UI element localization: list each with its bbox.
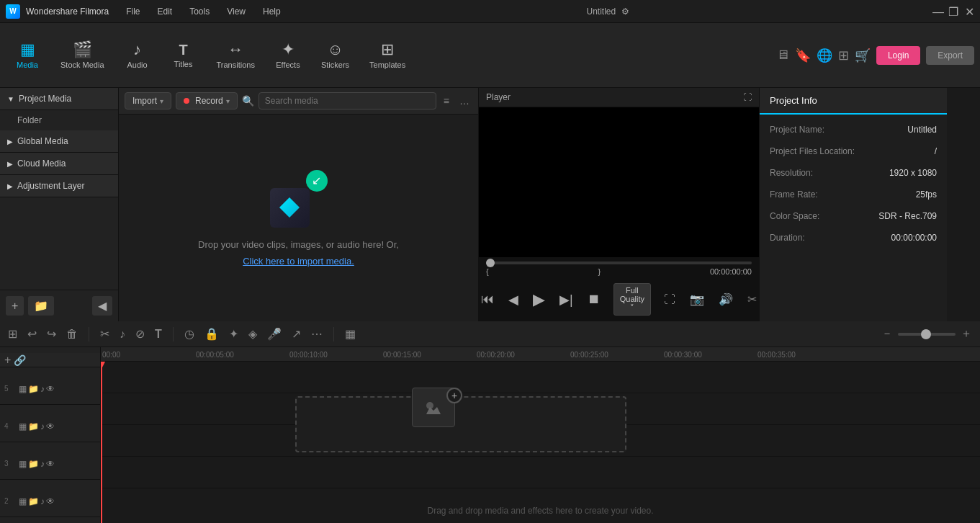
track-4-icon-1[interactable]: 📁	[28, 421, 39, 432]
add-track-button[interactable]: +	[4, 354, 11, 367]
cloud-media-header[interactable]: ▶ Cloud Media	[0, 153, 118, 175]
menu-view[interactable]: View	[224, 5, 248, 18]
settings-icon[interactable]: ⚙	[621, 6, 629, 17]
cut-button[interactable]: ✂	[98, 325, 112, 343]
maximize-button[interactable]: ❐	[948, 6, 958, 17]
text-button[interactable]: T	[153, 326, 164, 343]
more-tools-button[interactable]: ⋯	[309, 325, 325, 343]
tab-transitions[interactable]: ↔ Transitions	[208, 37, 264, 73]
menu-tools[interactable]: Tools	[186, 5, 212, 18]
playhead[interactable]	[101, 362, 102, 523]
search-input[interactable]	[259, 92, 436, 109]
monitor-icon[interactable]: 🖥	[776, 48, 789, 63]
track-5-icon-0[interactable]: ▦	[19, 384, 27, 394]
minimize-button[interactable]: —	[932, 6, 943, 17]
info-label-duration: Duration:	[770, 233, 805, 243]
view-mode-button[interactable]: ▦	[343, 325, 358, 343]
import-button[interactable]: Import ▾	[125, 92, 171, 109]
track-2-icon-0[interactable]: ▦	[19, 496, 27, 506]
add-media-to-track-button[interactable]: +	[446, 388, 462, 403]
close-button[interactable]: ✕	[964, 6, 974, 17]
player-expand-icon[interactable]: ⛶	[743, 92, 752, 102]
add-media-button[interactable]: +	[6, 296, 24, 316]
clip-lock-button[interactable]: 🔒	[202, 325, 221, 343]
zoom-slider[interactable]	[898, 333, 956, 336]
lock-button[interactable]: ⊘	[133, 325, 147, 343]
tab-audio[interactable]: ♪ Audio	[116, 37, 159, 73]
login-button[interactable]: Login	[876, 46, 920, 65]
collapse-panel-button[interactable]: ◀	[92, 296, 112, 316]
progress-bar-thumb[interactable]	[486, 259, 495, 267]
link-icon[interactable]: 🔗	[14, 354, 26, 366]
tab-stickers[interactable]: ☺ Stickers	[313, 37, 358, 73]
track-3-icon-1[interactable]: 📁	[28, 459, 39, 469]
stop-button[interactable]: ⏹	[586, 290, 602, 308]
tab-stock-media[interactable]: 🎬 Stock Media	[52, 37, 113, 73]
play-button[interactable]: ▶	[531, 289, 547, 310]
motion-button[interactable]: ↗	[289, 325, 303, 343]
filter-icon[interactable]: ≡	[441, 92, 452, 109]
track-3-icon-2[interactable]: ♪	[40, 459, 45, 469]
step-back-button[interactable]: ◀	[507, 290, 520, 309]
ruler-mark-2: 00:00:10:00	[288, 347, 328, 362]
track-2-icon-1[interactable]: 📁	[28, 496, 39, 506]
redo-button[interactable]: ↪	[45, 325, 58, 343]
track-2-icon-2[interactable]: ♪	[40, 496, 45, 506]
menu-file[interactable]: File	[123, 5, 143, 18]
tab-templates[interactable]: ⊞ Templates	[361, 37, 414, 73]
open-folder-button[interactable]: 📁	[28, 296, 54, 316]
rewind-button[interactable]: ⏮	[480, 290, 495, 308]
audio-tool-button[interactable]: ♪	[117, 326, 127, 343]
folder-item[interactable]: Folder	[0, 110, 118, 130]
import-link[interactable]: Click here to import media.	[243, 256, 354, 267]
cloud-media-label: Cloud Media	[17, 158, 66, 169]
timeline-grid-button[interactable]: ⊞	[6, 325, 19, 343]
app-logo: W	[6, 4, 20, 19]
menu-help[interactable]: Help	[260, 5, 284, 18]
tab-titles[interactable]: T Titles	[162, 38, 205, 73]
volume-button[interactable]: 🔊	[717, 291, 734, 308]
grid-icon[interactable]: ⊞	[838, 48, 849, 63]
track-5-icon-2[interactable]: ♪	[40, 384, 45, 394]
track-4-icon-0[interactable]: ▦	[19, 421, 27, 432]
title-bar-menu: File Edit Tools View Help	[123, 5, 284, 18]
fullscreen-button[interactable]: ⛶	[662, 292, 677, 308]
zoom-out-button[interactable]: －	[879, 324, 895, 344]
quality-button[interactable]: Full Quality ˅	[613, 283, 651, 316]
zoom-in-button[interactable]: ＋	[958, 324, 974, 344]
cart-icon[interactable]: 🛒	[855, 48, 871, 63]
tab-effects[interactable]: ✦ Effects	[266, 37, 310, 73]
track-3-icon-0[interactable]: ▦	[19, 459, 27, 469]
crop-button[interactable]: ✂	[746, 291, 758, 308]
undo-button[interactable]: ↩	[25, 325, 39, 343]
globe-icon[interactable]: 🌐	[817, 48, 832, 63]
track-5-icon-1[interactable]: 📁	[28, 384, 39, 394]
export-button[interactable]: Export	[926, 46, 974, 65]
record-button[interactable]: Record ▾	[176, 92, 238, 109]
progress-bar-track[interactable]	[486, 262, 752, 264]
effects-button[interactable]: ✦	[227, 325, 240, 343]
snapshot-button[interactable]: 📷	[688, 291, 706, 308]
track-4-icon-3[interactable]: 👁	[46, 421, 55, 432]
more-icon[interactable]: …	[457, 92, 472, 109]
search-icon: 🔍	[242, 95, 254, 107]
timeline-toolbar: ⊞ ↩ ↪ 🗑 ✂ ♪ ⊘ T ◷ 🔒 ✦ ◈ 🎤 ↗ ⋯ ▦	[0, 321, 980, 347]
split-button[interactable]: ◈	[246, 325, 259, 343]
project-info-tab[interactable]: Project Info	[760, 88, 947, 115]
project-media-header[interactable]: ▼ Project Media	[0, 88, 118, 110]
menu-edit[interactable]: Edit	[155, 5, 176, 18]
bookmark-icon[interactable]: 🔖	[795, 48, 811, 63]
delete-button[interactable]: 🗑	[64, 326, 80, 343]
track-2-icon-3[interactable]: 👁	[46, 496, 55, 506]
track-headers: + 🔗 5 ▦ 📁 ♪ 👁 4 ▦ 📁 ♪	[0, 347, 101, 523]
track-5-icon-3[interactable]: 👁	[46, 384, 55, 394]
adjustment-layer-header[interactable]: ▶ Adjustment Layer	[0, 175, 118, 197]
step-forward-button[interactable]: ▶|	[558, 290, 575, 309]
track-4-icon-2[interactable]: ♪	[40, 421, 45, 432]
speed-button[interactable]: ◷	[182, 325, 197, 343]
tracks-area: + Drag and drop media and effects here t…	[101, 362, 980, 523]
track-3-icon-3[interactable]: 👁	[46, 459, 55, 469]
tab-media[interactable]: ▦ Media	[6, 37, 49, 73]
global-media-header[interactable]: ▶ Global Media	[0, 130, 118, 153]
record-audio-button[interactable]: 🎤	[265, 325, 284, 343]
